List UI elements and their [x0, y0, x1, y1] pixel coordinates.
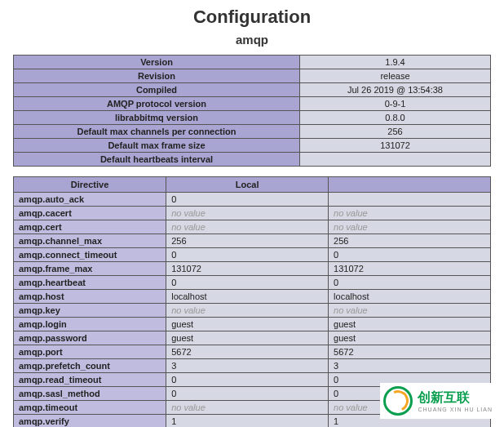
directive-name: amqp.key: [14, 304, 166, 318]
info-row: Default heartbeats interval: [14, 153, 491, 167]
directive-name: amqp.timeout: [14, 401, 166, 415]
info-value: release: [300, 69, 491, 83]
directive-master: [329, 193, 491, 207]
directive-local: no value: [166, 304, 329, 318]
directive-master: guest: [329, 318, 491, 331]
directive-local: 1: [166, 415, 329, 428]
directive-local: 3: [166, 359, 329, 373]
directive-name: amqp.read_timeout: [14, 373, 166, 387]
directive-master: 3: [329, 359, 491, 373]
directive-local: guest: [166, 318, 329, 331]
watermark-logo: 创新互联 CHUANG XIN HU LIAN: [380, 383, 496, 419]
info-label: Default max channels per connection: [14, 125, 300, 139]
directive-name: amqp.cert: [14, 220, 166, 234]
directive-name: amqp.verify: [14, 415, 166, 428]
table-row: amqp.port56725672: [14, 345, 491, 359]
directive-master: 131072: [329, 262, 491, 276]
directive-local: no value: [166, 207, 329, 220]
directive-master: no value: [329, 304, 491, 318]
directive-local: 0: [166, 387, 329, 401]
info-value: Jul 26 2019 @ 13:54:38: [300, 83, 491, 97]
directive-name: amqp.auto_ack: [14, 193, 166, 207]
directive-master: localhost: [329, 290, 491, 304]
watermark-sub: CHUANG XIN HU LIAN: [418, 407, 493, 412]
table-row: amqp.loginguestguest: [14, 318, 491, 331]
info-label: librabbitmq version: [14, 111, 300, 125]
directive-master: 5672: [329, 345, 491, 359]
header-directive: Directive: [14, 177, 166, 193]
directive-local: no value: [166, 401, 329, 415]
directive-name: amqp.prefetch_count: [14, 359, 166, 373]
directive-local: 0: [166, 276, 329, 290]
directives-header-row: Directive Local: [14, 177, 491, 193]
directive-name: amqp.password: [14, 331, 166, 345]
directive-master: 0: [329, 248, 491, 262]
directive-local: 0: [166, 373, 329, 387]
info-row: Default max frame size131072: [14, 139, 491, 153]
info-label: Default heartbeats interval: [14, 153, 300, 167]
directive-local: no value: [166, 220, 329, 234]
directive-local: guest: [166, 331, 329, 345]
info-value: 131072: [300, 139, 491, 153]
logo-icon: [383, 386, 413, 416]
table-row: amqp.channel_max256256: [14, 234, 491, 248]
info-label: Compiled: [14, 83, 300, 97]
directive-name: amqp.frame_max: [14, 262, 166, 276]
directive-name: amqp.sasl_method: [14, 387, 166, 401]
directive-master: 256: [329, 234, 491, 248]
info-value: 0-9-1: [300, 97, 491, 111]
directive-local: 0: [166, 248, 329, 262]
directive-name: amqp.login: [14, 318, 166, 331]
module-name: amqp: [13, 33, 491, 47]
table-row: amqp.passwordguestguest: [14, 331, 491, 345]
header-local: Local: [166, 177, 329, 193]
info-row: Revisionrelease: [14, 69, 491, 83]
info-row: AMQP protocol version0-9-1: [14, 97, 491, 111]
table-row: amqp.keyno valueno value: [14, 304, 491, 318]
table-row: amqp.heartbeat00: [14, 276, 491, 290]
table-row: amqp.auto_ack0: [14, 193, 491, 207]
directive-name: amqp.channel_max: [14, 234, 166, 248]
table-row: amqp.certno valueno value: [14, 220, 491, 234]
directive-master: no value: [329, 207, 491, 220]
table-row: amqp.prefetch_count33: [14, 359, 491, 373]
directive-name: amqp.host: [14, 290, 166, 304]
table-row: amqp.cacertno valueno value: [14, 207, 491, 220]
directive-local: localhost: [166, 290, 329, 304]
info-value: 256: [300, 125, 491, 139]
directive-name: amqp.connect_timeout: [14, 248, 166, 262]
directive-local: 256: [166, 234, 329, 248]
watermark-brand: 创新互联: [418, 389, 493, 407]
info-label: AMQP protocol version: [14, 97, 300, 111]
info-row: Version1.9.4: [14, 56, 491, 69]
info-table: Version1.9.4RevisionreleaseCompiledJul 2…: [13, 55, 491, 167]
info-row: Default max channels per connection256: [14, 125, 491, 139]
table-row: amqp.connect_timeout00: [14, 248, 491, 262]
directive-local: 131072: [166, 262, 329, 276]
header-master: [329, 177, 491, 193]
info-value: [300, 153, 491, 167]
directive-local: 5672: [166, 345, 329, 359]
info-label: Revision: [14, 69, 300, 83]
directive-master: guest: [329, 331, 491, 345]
info-value: 1.9.4: [300, 56, 491, 69]
info-row: librabbitmq version0.8.0: [14, 111, 491, 125]
info-row: CompiledJul 26 2019 @ 13:54:38: [14, 83, 491, 97]
directive-name: amqp.heartbeat: [14, 276, 166, 290]
info-label: Default max frame size: [14, 139, 300, 153]
page-title: Configuration: [13, 7, 491, 28]
directive-master: no value: [329, 220, 491, 234]
info-value: 0.8.0: [300, 111, 491, 125]
table-row: amqp.hostlocalhostlocalhost: [14, 290, 491, 304]
directive-master: 0: [329, 276, 491, 290]
directive-name: amqp.port: [14, 345, 166, 359]
info-label: Version: [14, 56, 300, 69]
table-row: amqp.frame_max131072131072: [14, 262, 491, 276]
directive-name: amqp.cacert: [14, 207, 166, 220]
directive-local: 0: [166, 193, 329, 207]
